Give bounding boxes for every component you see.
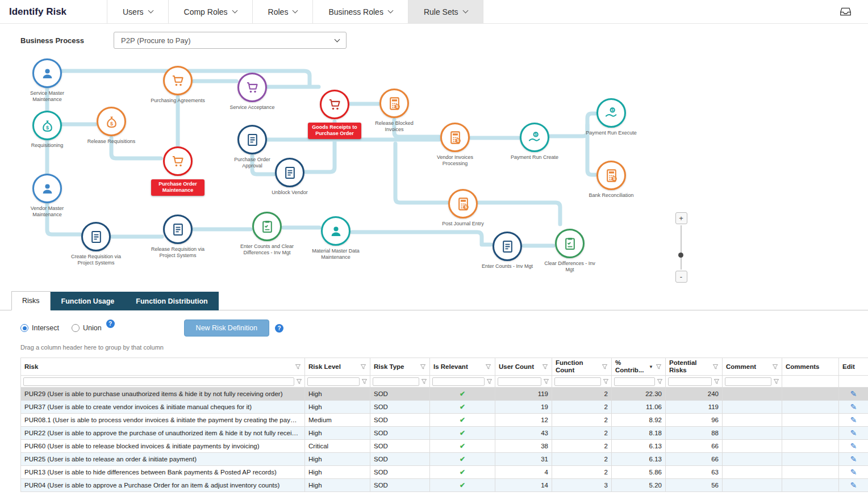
column-header-potential-risks[interactable]: Potential Risks xyxy=(666,358,723,376)
filter-input-risk-level[interactable] xyxy=(307,377,360,386)
column-header-user-count[interactable]: User Count xyxy=(495,358,552,376)
column-header-is-relevant[interactable]: Is Relevant xyxy=(430,358,495,376)
table-row[interactable]: PUR29 (User is able to purchase unauthor… xyxy=(21,388,868,401)
process-node-service-acceptance[interactable]: Service Acceptance xyxy=(221,73,283,111)
filter-input-risk-type[interactable] xyxy=(373,377,419,386)
column-header-contrib[interactable]: % Contrib...▼ xyxy=(612,358,666,376)
process-node-purchasing-agreements[interactable]: Purchasing Agreements xyxy=(147,66,209,104)
zoom-out-button[interactable]: - xyxy=(675,271,687,283)
column-header-risk[interactable]: Risk xyxy=(21,358,305,376)
process-node-bank-reconciliation[interactable]: Bank Reconciliation xyxy=(580,161,642,199)
process-node-goods-receipts-to-purchase-order[interactable]: Goods Receipts to Purchase Order xyxy=(303,90,366,139)
cell-function-count: 2 xyxy=(552,440,612,453)
nav-tab-rule-sets[interactable]: Rule Sets xyxy=(408,0,483,23)
process-node-requisitioning[interactable]: Requisitioning xyxy=(16,111,78,149)
process-node-payment-run-execute[interactable]: Payment Run Execute xyxy=(580,98,642,136)
tab-function-usage[interactable]: Function Usage xyxy=(51,292,126,310)
filter-funnel-icon[interactable] xyxy=(421,379,427,385)
filter-input-potential-risks[interactable] xyxy=(668,377,712,386)
filter-funnel-icon[interactable] xyxy=(772,364,778,370)
cell-risk-type: SOD xyxy=(370,388,430,401)
filter-funnel-icon[interactable] xyxy=(656,364,662,370)
table-row[interactable]: PUR25 (User is able to release an order … xyxy=(21,453,868,466)
filter-input-user-count[interactable] xyxy=(498,377,541,386)
process-node-vendor-master-maintenance[interactable]: Vendor Master Maintenance xyxy=(16,174,78,218)
column-header-edit[interactable]: Edit xyxy=(839,358,868,376)
nav-tab-roles[interactable]: Roles xyxy=(252,0,313,23)
process-node-release-requisition-via-project-systems[interactable]: Release Requisition via Project Systems xyxy=(147,215,209,259)
edit-pencil-icon[interactable]: ✎ xyxy=(850,442,857,451)
filter-input-comment[interactable] xyxy=(725,377,771,386)
process-node-clear-differences-inv-mgt[interactable]: Clear Differences - Inv Mgt xyxy=(539,229,601,273)
process-node-create-requisition-via-project-systems[interactable]: Create Requisition via Project Systems xyxy=(65,222,127,266)
chevron-down-icon xyxy=(387,8,393,14)
process-node-service-master-maintenance[interactable]: Service Master Maintenance xyxy=(16,58,78,103)
filter-input-risk[interactable] xyxy=(23,377,294,386)
nav-tab-business-roles[interactable]: Business Roles xyxy=(312,0,408,23)
help-icon[interactable]: ? xyxy=(275,324,283,333)
filter-funnel-icon[interactable] xyxy=(360,364,366,370)
process-node-unblock-vendor[interactable]: Unblock Vendor xyxy=(258,158,321,196)
filter-funnel-icon[interactable] xyxy=(486,379,493,385)
table-row[interactable]: PUR13 (User is able to hide differences … xyxy=(21,466,868,479)
radio-union[interactable]: Union xyxy=(72,324,102,332)
column-header-comments[interactable]: Comments xyxy=(782,358,839,376)
filter-funnel-icon[interactable] xyxy=(773,379,779,385)
zoom-slider[interactable] xyxy=(681,225,682,270)
process-node-enter-counts-and-clear-differences-inv-mgt[interactable]: Enter Counts and Clear Differences - Inv… xyxy=(236,212,298,256)
inbox-icon[interactable] xyxy=(823,0,868,23)
process-node-material-master-data-maintenance[interactable]: Material Master Data Maintenance xyxy=(304,216,367,260)
process-node-purchase-order-maintenance[interactable]: Purchase Order Maintenance xyxy=(147,146,209,196)
filter-input-function-count[interactable] xyxy=(554,377,601,386)
filter-cell-contrib xyxy=(612,376,666,388)
nav-tab-comp-roles[interactable]: Comp Roles xyxy=(168,0,252,23)
filter-funnel-icon[interactable] xyxy=(603,379,609,385)
filter-funnel-icon[interactable] xyxy=(420,364,426,370)
edit-pencil-icon[interactable]: ✎ xyxy=(850,389,857,398)
filter-input-is-relevant[interactable] xyxy=(432,377,485,386)
table-row[interactable]: PUR60 (User is able to release blocked i… xyxy=(21,440,868,453)
edit-pencil-icon[interactable]: ✎ xyxy=(850,468,857,477)
process-node-post-journal-entry[interactable]: Post Journal Entry xyxy=(432,189,494,227)
filter-funnel-icon[interactable] xyxy=(361,379,368,385)
process-node-release-blocked-invoices[interactable]: Release Blocked Invoices xyxy=(363,89,425,133)
column-header-function-count[interactable]: Function Count xyxy=(552,358,612,376)
radio-intersect[interactable]: Intersect xyxy=(20,324,59,332)
filter-input-contrib[interactable] xyxy=(614,377,655,386)
process-node-vendor-invoices-processing[interactable]: Vendor Invoices Processing xyxy=(424,123,486,167)
column-header-risk-level[interactable]: Risk Level xyxy=(305,358,370,376)
tab-function-distribution[interactable]: Function Distribution xyxy=(125,292,218,310)
edit-pencil-icon[interactable]: ✎ xyxy=(850,415,857,424)
table-row[interactable]: PUR37 (User is able to create vendor inv… xyxy=(21,401,868,414)
edit-pencil-icon[interactable]: ✎ xyxy=(850,428,857,438)
zoom-slider-thumb[interactable] xyxy=(678,253,683,258)
help-icon[interactable]: ? xyxy=(106,320,115,328)
filter-funnel-icon[interactable] xyxy=(295,364,301,370)
zoom-in-button[interactable]: + xyxy=(675,212,687,224)
edit-pencil-icon[interactable]: ✎ xyxy=(850,455,857,464)
filter-funnel-icon[interactable] xyxy=(657,379,663,385)
edit-pencil-icon[interactable]: ✎ xyxy=(850,481,857,490)
process-node-enter-counts-inv-mgt[interactable]: Enter Counts - Inv Mgt xyxy=(476,232,539,270)
filter-funnel-icon[interactable] xyxy=(712,364,719,370)
column-header-risk-type[interactable]: Risk Type xyxy=(370,358,430,376)
filter-funnel-icon[interactable] xyxy=(485,364,491,370)
table-row[interactable]: PUR22 (User is able to approve the purch… xyxy=(21,427,868,440)
filter-funnel-icon[interactable] xyxy=(543,379,549,385)
cell-comment xyxy=(723,414,782,427)
tab-risks[interactable]: Risks xyxy=(11,291,51,310)
process-node-release-requisitions[interactable]: Release Requisitions xyxy=(80,107,143,145)
new-risk-definition-button[interactable]: New Risk Definition xyxy=(184,320,269,337)
filter-funnel-icon[interactable] xyxy=(296,379,302,385)
column-header-comment[interactable]: Comment xyxy=(723,358,782,376)
filter-funnel-icon[interactable] xyxy=(602,364,608,370)
filter-funnel-icon[interactable] xyxy=(542,364,548,370)
nav-tab-users[interactable]: Users xyxy=(107,0,168,23)
table-row[interactable]: PUR08.1 (User is able to process vendor … xyxy=(21,414,868,427)
radio-label: Intersect xyxy=(32,324,59,332)
edit-pencil-icon[interactable]: ✎ xyxy=(850,402,857,411)
process-node-payment-run-create[interactable]: Payment Run Create xyxy=(503,123,566,161)
filter-funnel-icon[interactable] xyxy=(713,379,720,385)
business-process-select[interactable]: P2P (Procure to Pay) xyxy=(114,32,347,49)
table-row[interactable]: PUR04 (User is able to approve a Purchas… xyxy=(21,479,868,492)
